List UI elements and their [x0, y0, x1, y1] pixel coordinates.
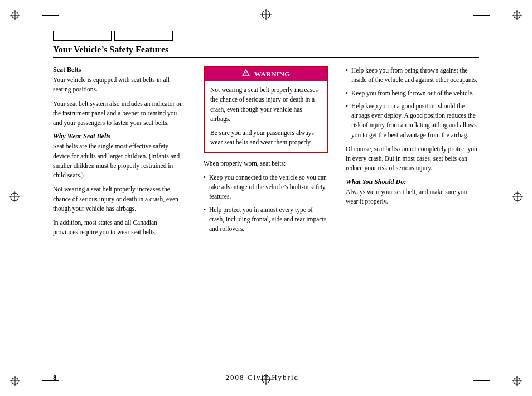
- right-bullet-2: Keep you from being thrown out of the ve…: [346, 89, 479, 98]
- warning-header: ! WARNING: [205, 67, 327, 81]
- warning-label: WARNING: [254, 70, 290, 79]
- right-bullet-3: Help keep you in a good position should …: [346, 102, 479, 140]
- trim-mark-tr: [473, 15, 490, 16]
- warning-triangle-icon: !: [242, 69, 250, 79]
- why-wear-para2: Not wearing a seat belt properly increas…: [53, 185, 183, 214]
- middle-bullet-2: Help protect you in almost every type of…: [204, 205, 328, 234]
- middle-bullet-1: Keep you connected to the vehicle so you…: [204, 173, 328, 202]
- corner-mark-tr: [512, 10, 522, 20]
- corner-mark-tl: [10, 10, 20, 20]
- seat-belts-para1: Your vehicle is equipped with seat belts…: [53, 75, 183, 95]
- middle-column: ! WARNING Not wearing a seat belt proper…: [195, 66, 337, 365]
- content-area: Seat Belts Your vehicle is equipped with…: [53, 66, 479, 365]
- reg-mark-top: [260, 9, 272, 22]
- warning-text2: Be sure you and your passengers always w…: [210, 128, 322, 148]
- reg-mark-left: [9, 191, 20, 205]
- right-para1: Of course, seat belts cannot completely …: [346, 144, 479, 173]
- warning-box: ! WARNING Not wearing a seat belt proper…: [204, 66, 328, 153]
- trim-mark-tl: [42, 15, 59, 16]
- why-wear-title: Why Wear Seat Belts: [53, 132, 183, 141]
- corner-mark-bl: [10, 376, 20, 386]
- warning-body: Not wearing a seat belt properly increas…: [205, 81, 327, 152]
- seat-belts-title: Seat Belts: [53, 66, 183, 74]
- middle-intro: When properly worn, seat belts:: [204, 159, 328, 168]
- reg-mark-right: [512, 191, 523, 205]
- what-to-do-para: Always wear your seat belt, and make sur…: [346, 187, 479, 207]
- svg-text:!: !: [245, 71, 247, 76]
- right-column: Help keep you from being thrown against …: [337, 66, 479, 365]
- header-tab-2: [114, 31, 173, 41]
- what-to-do-title: What You Should Do:: [346, 178, 479, 186]
- right-bullet-1: Help keep you from being thrown against …: [346, 66, 479, 85]
- header-tabs: [53, 31, 173, 41]
- warning-text1: Not wearing a seat belt properly increas…: [210, 85, 322, 124]
- corner-mark-br: [512, 376, 522, 386]
- page-title: Your Vehicle’s Safety Features: [53, 45, 479, 58]
- footer-vehicle-title: 2008 Civic Hybrid: [226, 373, 299, 382]
- why-wear-para1: Seat belts are the single most effective…: [53, 142, 183, 180]
- footer: 8 2008 Civic Hybrid: [53, 373, 479, 382]
- header-tab-1: [53, 31, 112, 41]
- page-title-area: Your Vehicle’s Safety Features: [53, 45, 479, 64]
- why-wear-para3: In addition, most states and all Canadia…: [53, 218, 183, 238]
- seat-belts-para2: Your seat belt system also includes an i…: [53, 99, 183, 128]
- page-number: 8: [53, 373, 57, 382]
- left-column: Seat Belts Your vehicle is equipped with…: [53, 66, 195, 365]
